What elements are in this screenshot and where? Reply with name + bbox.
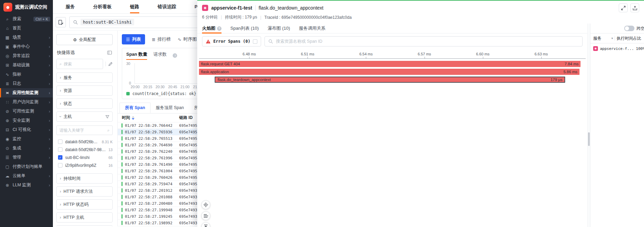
saved-views-button[interactable] [56,17,66,27]
divider [255,5,256,11]
scene-icon[interactable]: ▦ 场景 › [0,33,53,42]
drawer-tab[interactable]: Span列表 (10) ? [230,24,259,33]
chevron-down-icon[interactable]: ▾ [611,37,613,40]
help-icon[interactable]: ? [173,53,177,58]
filter-section[interactable]: › HTTP 路由 [56,225,113,226]
sidebar-item-label: 可用性监测 [13,108,34,114]
issue-tracking-icon[interactable]: ◎ 异常追踪 › [0,51,53,61]
view-tab-timeseries[interactable]: ∿ 时序图 [178,36,197,42]
filter-section[interactable]: › 状态 [56,98,113,109]
help-icon[interactable]: ? [217,26,221,31]
span-trace-id: 695e74950 [179,143,200,147]
chevron-right-icon: › [60,189,61,193]
edit-pencil-icon[interactable] [108,62,113,66]
security-monitoring-icon[interactable]: ⊕ 安全监测 › [0,116,53,125]
service-breakdown-row[interactable]: ✽ appservice-f... 100% [590,43,644,54]
service-breakdown-panel: 跨空间 服务 ▾ 执行时间占比 ✽ appservice-f... 100% [590,24,644,227]
span-trace-id: 695e74936 [179,214,200,219]
cloud-bill-icon[interactable]: ☁ 云账单 › [0,171,53,181]
span-trace-id: 695e74950 [179,156,200,160]
metrics-icon[interactable]: ∿ 指标 › [0,70,53,79]
drawer-tab[interactable]: 火焰图 ? [202,24,221,33]
flame-span-bar[interactable]: flask.request GET 404 7.84 ms [199,61,581,67]
flame-search-input[interactable]: 搜索资源名称或 Span ID [264,36,583,46]
host-keyword-input[interactable]: 请输入关键字 ⌕ [56,125,113,135]
sort-control[interactable] [132,116,134,120]
expand-icon [621,6,626,10]
synthetic-monitoring-icon[interactable]: ⊘ 可用性监测 › [0,107,53,116]
monitors-icon[interactable]: ◉ 监控 › [0,134,53,144]
span-list-tab[interactable]: 服务顶层 Span [151,103,189,113]
query-chip[interactable]: host:sutt-BC-linshi [81,19,134,25]
nav-tab[interactable]: 分析看板 [84,0,121,13]
filter-section[interactable]: › HTTP 状态码 [56,199,113,210]
flame-span-bar[interactable]: flask.application 5.86 ms [199,69,579,75]
drawer-tab[interactable]: 服务调用关系 ? [299,24,326,33]
drawer-tab[interactable]: 瀑布图 (10) ? [268,24,290,33]
infrastructure-icon[interactable]: ⊞ 基础设施 › [0,61,53,70]
error-spans-label: Error Spans (0) [213,39,250,44]
filter-section[interactable]: › HTTP 请求方法 [56,186,113,197]
view-tab-ranking[interactable]: ≣ 排行榜 [152,36,171,42]
error-spans-checkbox[interactable] [253,39,257,44]
chevron-right-icon: › [49,35,50,40]
billing-icon[interactable]: ▢ 付费计划与账单 › [0,162,53,171]
logs-icon[interactable]: ≣ 日志 › [0,79,53,88]
home-icon[interactable]: ⌂ 首页 › [0,24,53,33]
filter-search-input[interactable]: ⌕ 搜索 [56,59,103,69]
span-time: 01/07 22:58:29.764690 [125,143,172,147]
apm-icon[interactable]: ≍ 应用性能监测 › [0,88,53,97]
span-list-tab[interactable]: 所有 Span [119,103,151,113]
span-list-button[interactable] [201,211,210,220]
nav-tab[interactable]: 错误追踪 [148,0,185,13]
chart-tab-request-count[interactable]: 请求数 [153,51,167,60]
nav-tab[interactable]: 链路 [121,0,148,13]
chart-tab-span-count[interactable]: Span 数量 [126,51,147,60]
meta-part: TraceId : 695e749500000000c04f0ae123afc0… [257,15,352,20]
checkbox[interactable] [58,139,62,144]
locate-button[interactable] [201,200,210,209]
nav-tab[interactable]: 服务 [56,0,84,13]
event-center-icon[interactable]: ▣ 事件中心 › [0,42,53,51]
filter-section[interactable]: › 持续时间 [56,173,113,184]
chevron-right-icon: › [49,44,50,49]
back-to-top-button[interactable] [201,222,210,227]
host-option[interactable]: iZr9p8fvor9mp6Z 16 [56,161,113,169]
rum-icon[interactable]: ∷ 用户访问监测 › [0,97,53,107]
filter-section[interactable]: › 资源 [56,85,113,96]
chevron-right-icon: › [49,146,50,151]
management-icon[interactable]: ☰ 管理 › [0,153,53,162]
filter-section-host[interactable]: › 主机 [56,111,113,122]
scrollbar-thumb[interactable] [588,132,590,146]
axis-tick-mark [307,57,308,58]
sidebar-item-search[interactable]: ⌕ 搜索 Ctrl + K [0,14,53,24]
filter-section[interactable]: › HTTP 主机 [56,212,113,223]
integrations-icon[interactable]: ⊙ 集成 › [0,144,53,153]
search-icon [268,39,273,44]
checkbox[interactable] [58,163,62,168]
flame-scrollbar[interactable] [587,24,590,227]
filter-section[interactable]: › 服务 [56,72,113,83]
checkbox[interactable] [58,155,62,160]
error-spans-filter[interactable]: Error Spans (0) [202,36,261,46]
host-option[interactable]: datakit-50df26b7... 8.31 K [56,138,113,146]
host-option[interactable]: datakit-50df26b7-98c... 13 [56,146,113,153]
app-logo[interactable]: ☻ 观测云调试空间 [0,0,53,14]
funnel-icon[interactable] [105,115,109,119]
host-option[interactable]: sutt-BC-linshi 66 [56,153,113,161]
export-button[interactable] [630,3,639,12]
span-trace-id: 695e74950 [179,149,200,154]
x-tick-label: 20:45 [168,85,177,89]
collapse-panel-icon[interactable] [107,51,112,55]
span-trace-id: 695e74950 [179,169,200,173]
ci-visualization-icon[interactable]: ⊟ CI 可视化 › [0,125,53,134]
expand-button[interactable] [619,3,628,12]
flame-span-bar[interactable]: flask.do_teardown_appcontext 179 μs [215,77,565,83]
chevron-right-icon: › [49,118,50,123]
view-tab-list[interactable]: ☰ 列表 [122,34,145,44]
llm-monitoring-icon[interactable]: ⊗ LLM 监测 › [0,181,53,190]
cross-workspace-toggle[interactable] [624,26,634,31]
global-config-button[interactable]: ⚙ 全局配置 [56,34,113,45]
span-time: 01/07 22:58:27.201088 [125,195,172,199]
checkbox[interactable] [58,147,62,152]
